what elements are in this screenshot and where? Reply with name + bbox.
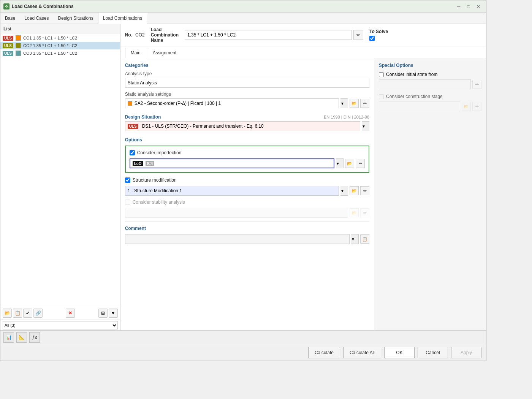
struct-mod-edit-button[interactable]: ✏ bbox=[360, 186, 369, 195]
stability-label: Consider stability analysis bbox=[133, 200, 185, 205]
add-button[interactable]: 📂 bbox=[3, 309, 12, 318]
calculate-button[interactable]: Calculate bbox=[308, 347, 340, 358]
construction-stage-input-row: 📂 ✏ bbox=[379, 101, 481, 111]
filter-bar: All (3) bbox=[0, 320, 120, 330]
struct-mod-new-button[interactable]: 📂 bbox=[350, 186, 359, 195]
ic4-badge: IC4 bbox=[146, 161, 155, 166]
toolbar-left: 📂 📋 ✔ 🔗 bbox=[3, 309, 43, 318]
right-panel: No. CO2 Load Combination Name ✏ To Solve bbox=[120, 24, 486, 330]
imperfection-dropdown[interactable]: ▼ bbox=[336, 158, 344, 168]
down-button[interactable]: ▼ bbox=[109, 309, 118, 318]
panel-toolbar: 📂 📋 ✔ 🔗 ✕ ⊞ ▼ bbox=[0, 306, 120, 320]
stability-checkbox[interactable] bbox=[125, 200, 130, 205]
to-solve-checkbox[interactable] bbox=[369, 36, 375, 41]
view-button[interactable]: ⊞ bbox=[98, 309, 108, 318]
imperfection-new-button[interactable]: 📂 bbox=[345, 159, 354, 168]
initial-state-label: Consider initial state from bbox=[386, 72, 437, 77]
name-edit-button[interactable]: ✏ bbox=[353, 30, 363, 40]
struct-mod-label: Structure modification bbox=[133, 177, 177, 183]
ok-button[interactable]: OK bbox=[384, 347, 415, 358]
initial-state-edit-button[interactable]: ✏ bbox=[472, 80, 481, 89]
analysis-type-label: Analysis type bbox=[125, 71, 369, 76]
loo-badge: LoO bbox=[133, 161, 143, 166]
tabs: Main Assignment bbox=[120, 46, 486, 58]
static-edit-button[interactable]: ✏ bbox=[360, 99, 369, 108]
menu-item-design-situations[interactable]: Design Situations bbox=[53, 13, 98, 24]
initial-state-checkbox[interactable] bbox=[379, 72, 384, 77]
initial-state-input-row: ✏ bbox=[379, 79, 481, 89]
filter-select[interactable]: All (3) bbox=[3, 321, 118, 329]
menu-item-load-combinations[interactable]: Load Combinations bbox=[98, 13, 147, 24]
uls-badge: ULS bbox=[128, 124, 138, 129]
close-button[interactable]: ✕ bbox=[474, 3, 483, 10]
form-header: No. CO2 Load Combination Name ✏ To Solve bbox=[120, 24, 486, 46]
menu-item-base[interactable]: Base bbox=[0, 13, 20, 24]
construction-stage-new-button[interactable]: 📂 bbox=[462, 102, 471, 111]
comment-copy-button[interactable]: 📋 bbox=[360, 234, 369, 244]
design-situation-select[interactable]: ▼ bbox=[362, 121, 369, 131]
toolbar-right: ⊞ ▼ bbox=[98, 309, 118, 318]
ref-button[interactable]: 🔗 bbox=[33, 309, 43, 318]
comment-wrapper: ▼ 📋 bbox=[125, 234, 369, 244]
static-new-button[interactable]: 📂 bbox=[350, 99, 359, 108]
tab-assignment[interactable]: Assignment bbox=[147, 48, 182, 58]
check-button[interactable]: ✔ bbox=[23, 309, 32, 318]
static-swatch bbox=[128, 101, 132, 106]
bottom-btn-3[interactable]: ƒx bbox=[29, 332, 40, 343]
cancel-button[interactable]: Cancel bbox=[418, 347, 448, 358]
struct-mod-dropdown[interactable]: ▼ bbox=[340, 186, 348, 196]
main-area: Categories Analysis type Static Analysis… bbox=[120, 58, 486, 330]
apply-button[interactable]: Apply bbox=[451, 347, 481, 358]
design-situation-value: DS1 - ULS (STR/GEO) - Permanent and tran… bbox=[142, 124, 264, 129]
maximize-button[interactable]: □ bbox=[464, 3, 473, 10]
analysis-type-select[interactable]: Static Analysis bbox=[125, 78, 369, 88]
stability-new-button[interactable]: 📂 bbox=[350, 208, 359, 217]
construction-stage-checkbox[interactable] bbox=[379, 94, 384, 99]
imperfection-row: Consider imperfection bbox=[130, 150, 365, 155]
item-text-1: CO1 1.35 * LC1 + 1.50 * LC2 bbox=[23, 36, 77, 40]
struct-mod-value: 1 - Structure Modification 1 bbox=[128, 188, 182, 193]
side-content: Special Options Consider initial state f… bbox=[374, 58, 486, 330]
copy-button[interactable]: 📋 bbox=[13, 309, 22, 318]
stability-edit-button[interactable]: ✏ bbox=[360, 208, 369, 217]
bottom-btn-2[interactable]: 📐 bbox=[16, 332, 27, 343]
comment-dropdown[interactable]: ▼ bbox=[351, 234, 359, 244]
form-content: Categories Analysis type Static Analysis… bbox=[120, 58, 374, 330]
name-input-wrapper: ✏ bbox=[185, 30, 363, 40]
struct-mod-section: Structure modification 1 - Structure Mod… bbox=[125, 177, 369, 196]
name-input[interactable] bbox=[185, 30, 352, 40]
static-analysis-label: Static analysis settings bbox=[125, 92, 369, 97]
design-situation-title: Design Situation bbox=[125, 114, 161, 120]
design-situation-section: Design Situation EN 1990 | DIN | 2012-08… bbox=[125, 114, 369, 131]
static-analysis-wrapper: SA2 - Second-order (P-Δ) | Picard | 100 … bbox=[125, 98, 369, 108]
delete-button[interactable]: ✕ bbox=[66, 309, 75, 318]
construction-stage-edit-button[interactable]: ✏ bbox=[472, 102, 481, 111]
list-header: List bbox=[0, 24, 120, 34]
badge-uls-3: ULS bbox=[3, 51, 13, 56]
design-situation-header: Design Situation EN 1990 | DIN | 2012-08 bbox=[125, 114, 369, 120]
list-item[interactable]: ULS CO1 1.35 * LC1 + 1.50 * LC2 bbox=[0, 34, 120, 42]
stability-section: Consider stability analysis 📂 ✏ bbox=[125, 200, 369, 218]
imperfection-select-row: LoO IC4 ▼ 📂 ✏ bbox=[130, 158, 365, 168]
calculate-all-button[interactable]: Calculate All bbox=[343, 347, 381, 358]
options-title: Options bbox=[125, 137, 369, 142]
name-label: Load Combination Name bbox=[151, 27, 179, 43]
bottom-toolbar: 📊 📐 ƒx bbox=[0, 330, 486, 344]
list-item-selected[interactable]: ULS CO2 1.35 * LC1 + 1.50 * LC2 bbox=[0, 42, 120, 49]
imperfection-checkbox[interactable] bbox=[130, 150, 135, 155]
initial-state-input bbox=[379, 79, 471, 89]
imperfection-edit-button[interactable]: ✏ bbox=[356, 159, 365, 168]
struct-mod-checkbox[interactable] bbox=[125, 177, 130, 183]
list-item-3[interactable]: ULS CO3 1.35 * LC1 + 1.50 * LC2 bbox=[0, 49, 120, 57]
to-solve-section: To Solve bbox=[369, 29, 481, 41]
item-text-3: CO3 1.35 * LC1 + 1.50 * LC2 bbox=[23, 51, 77, 55]
struct-mod-display: 1 - Structure Modification 1 bbox=[125, 186, 339, 196]
bottom-btn-1[interactable]: 📊 bbox=[3, 332, 14, 343]
minimize-button[interactable]: ─ bbox=[454, 3, 463, 10]
comment-select[interactable] bbox=[125, 234, 350, 244]
static-analysis-select[interactable]: ▼ bbox=[340, 98, 348, 108]
tab-main[interactable]: Main bbox=[125, 48, 146, 58]
main-window: ⚙ Load Cases & Combinations ─ □ ✕ Base L… bbox=[0, 0, 486, 361]
menu-item-load-cases[interactable]: Load Cases bbox=[20, 13, 53, 24]
color-swatch-3 bbox=[16, 51, 21, 56]
